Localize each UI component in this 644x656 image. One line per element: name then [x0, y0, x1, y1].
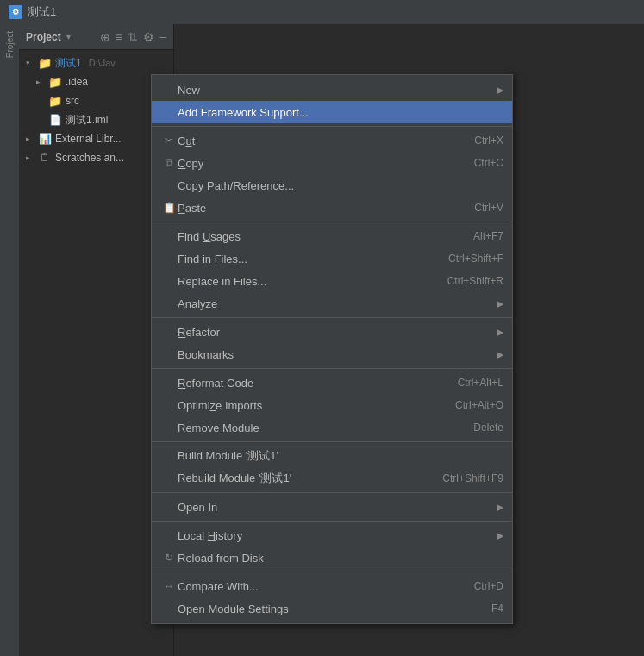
menu-item-shortcut-cut: Ctrl+X	[474, 134, 503, 147]
menu-item-remove-module[interactable]: Remove ModuleDelete	[152, 416, 512, 439]
file-icon-iml: 📄	[48, 114, 62, 126]
menu-item-label-copy-path: Copy Path/Reference...	[178, 179, 503, 192]
menu-separator-after-rebuild-module	[152, 492, 512, 493]
side-strip: Project	[0, 24, 19, 656]
menu-item-replace-in-files[interactable]: Replace in Files...Ctrl+Shift+R	[152, 270, 512, 292]
menu-item-optimize-imports[interactable]: Optimize ImportsCtrl+Alt+O	[152, 394, 512, 416]
menu-item-label-compare-with: Compare With...	[178, 580, 474, 593]
menu-item-icon-reload-from-disk: ↻	[160, 552, 178, 564]
menu-item-label-cut: Cut	[178, 134, 474, 147]
menu-item-label-analyze: Analyze	[178, 297, 490, 310]
menu-item-label-add-framework: Add Framework Support...	[178, 106, 503, 119]
folder-icon-src: 📁	[48, 95, 62, 107]
menu-item-label-paste: Paste	[178, 202, 474, 215]
app-icon: ⚙	[9, 5, 22, 19]
menu-item-add-framework[interactable]: Add Framework Support...	[152, 101, 512, 123]
menu-item-shortcut-find-in-files: Ctrl+Shift+F	[448, 253, 503, 265]
title-bar-text: 测试1	[28, 4, 56, 20]
menu-item-label-bookmarks: Bookmarks	[178, 348, 490, 361]
menu-item-label-rebuild-module: Rebuild Module '测试1'	[178, 471, 442, 486]
menu-item-arrow-new: ▶	[497, 84, 503, 96]
menu-item-label-optimize-imports: Optimize Imports	[178, 399, 455, 412]
menu-item-label-copy: Copy	[178, 157, 474, 170]
menu-separator-after-bookmarks	[152, 368, 512, 369]
panel-header-icons: ⊕ ≡ ⇅ ⚙ −	[100, 30, 166, 44]
menu-item-refactor[interactable]: Refactor▶	[152, 321, 512, 343]
panel-header: Project ▾ ⊕ ≡ ⇅ ⚙ −	[19, 24, 173, 50]
menu-item-shortcut-compare-with: Ctrl+D	[474, 580, 503, 592]
menu-item-label-find-in-files: Find in Files...	[178, 253, 448, 266]
title-bar: ⚙ 测试1	[0, 0, 644, 24]
menu-item-reformat-code[interactable]: Reformat CodeCtrl+Alt+L	[152, 372, 512, 394]
menu-item-shortcut-reformat-code: Ctrl+Alt+L	[458, 377, 503, 389]
tree-arrow-root: ▾	[26, 59, 34, 67]
menu-separator-after-reload-from-disk	[152, 572, 512, 572]
menu-item-arrow-open-in: ▶	[497, 502, 503, 513]
menu-item-label-open-module-settings: Open Module Settings	[178, 603, 491, 615]
menu-item-new[interactable]: New▶	[152, 78, 512, 101]
menu-item-label-reload-from-disk: Reload from Disk	[178, 552, 503, 565]
menu-item-arrow-local-history: ▶	[497, 530, 503, 541]
tree-label-src: src	[66, 95, 79, 107]
menu-item-cut[interactable]: ✂CutCtrl+X	[152, 129, 512, 152]
menu-separator-after-open-in	[152, 521, 512, 522]
folder-icon-root: 📁	[38, 57, 52, 69]
panel-icon-sort[interactable]: ⇅	[128, 30, 138, 44]
menu-item-arrow-analyze: ▶	[497, 298, 503, 309]
panel-title: Project	[26, 31, 61, 43]
menu-item-shortcut-find-usages: Alt+F7	[473, 230, 503, 242]
tree-arrow-scratches: ▸	[26, 153, 34, 162]
menu-item-label-reformat-code: Reformat Code	[178, 377, 458, 390]
menu-item-label-refactor: Refactor	[178, 326, 490, 339]
panel-icon-globe[interactable]: ⊕	[100, 30, 110, 44]
tree-arrow-idea: ▸	[36, 78, 45, 86]
menu-item-find-usages[interactable]: Find UsagesAlt+F7	[152, 225, 512, 247]
panel-icon-settings[interactable]: ⚙	[143, 30, 154, 44]
menu-item-local-history[interactable]: Local History▶	[152, 524, 512, 547]
menu-item-find-in-files[interactable]: Find in Files...Ctrl+Shift+F	[152, 247, 512, 270]
menu-item-shortcut-replace-in-files: Ctrl+Shift+R	[447, 275, 503, 287]
menu-item-arrow-bookmarks: ▶	[497, 349, 503, 360]
menu-item-open-in[interactable]: Open In▶	[152, 496, 512, 518]
menu-separator-after-remove-module	[152, 441, 512, 442]
menu-item-bookmarks[interactable]: Bookmarks▶	[152, 343, 512, 365]
tree-label-external: External Libr...	[55, 133, 122, 145]
menu-item-copy[interactable]: ⧉CopyCtrl+C	[152, 152, 512, 174]
menu-separator-after-paste	[152, 222, 512, 222]
menu-item-label-local-history: Local History	[178, 529, 490, 542]
menu-item-shortcut-paste: Ctrl+V	[474, 202, 503, 214]
menu-item-label-open-in: Open In	[178, 501, 490, 514]
menu-item-shortcut-remove-module: Delete	[473, 422, 503, 434]
menu-item-reload-from-disk[interactable]: ↻Reload from Disk	[152, 547, 512, 569]
tree-label-idea: .idea	[66, 76, 88, 88]
menu-item-shortcut-optimize-imports: Ctrl+Alt+O	[455, 399, 503, 411]
menu-item-analyze[interactable]: Analyze▶	[152, 292, 512, 315]
menu-item-icon-paste: 📋	[160, 202, 178, 214]
lib-icon-external: 📊	[38, 133, 52, 145]
menu-item-icon-cut: ✂	[160, 134, 178, 147]
menu-separator-after-analyze	[152, 317, 512, 318]
tree-arrow-external: ▸	[26, 134, 34, 143]
menu-item-arrow-refactor: ▶	[497, 327, 503, 338]
menu-item-label-find-usages: Find Usages	[178, 230, 473, 243]
tree-label-iml: 测试1.iml	[66, 113, 108, 128]
side-strip-project-label[interactable]: Project	[5, 28, 15, 61]
panel-dropdown-arrow[interactable]: ▾	[66, 32, 71, 41]
menu-item-rebuild-module[interactable]: Rebuild Module '测试1'Ctrl+Shift+F9	[152, 467, 512, 490]
menu-item-build-module[interactable]: Build Module '测试1'	[152, 445, 512, 467]
menu-item-label-new: New	[178, 84, 490, 97]
menu-item-copy-path[interactable]: Copy Path/Reference...	[152, 174, 512, 197]
menu-item-paste[interactable]: 📋PasteCtrl+V	[152, 197, 512, 219]
folder-icon-idea: 📁	[48, 76, 62, 88]
panel-icon-minimize[interactable]: −	[159, 30, 166, 44]
tree-item-root[interactable]: ▾ 📁 测试1 D:\Jav	[19, 53, 173, 72]
context-menu: New▶Add Framework Support...✂CutCtrl+X⧉C…	[151, 74, 513, 624]
menu-item-compare-with[interactable]: ↔Compare With...Ctrl+D	[152, 575, 512, 597]
panel-icon-list[interactable]: ≡	[116, 30, 122, 44]
tree-label-scratches: Scratches an...	[55, 152, 124, 164]
menu-item-label-build-module: Build Module '测试1'	[178, 448, 503, 464]
scratch-icon: 🗒	[38, 152, 52, 164]
menu-item-label-remove-module: Remove Module	[178, 422, 473, 434]
menu-item-open-module-settings[interactable]: Open Module SettingsF4	[152, 597, 512, 620]
ide-body: Project Project ▾ ⊕ ≡ ⇅ ⚙ − ▾ 📁 测试1 D:\J…	[0, 24, 644, 656]
